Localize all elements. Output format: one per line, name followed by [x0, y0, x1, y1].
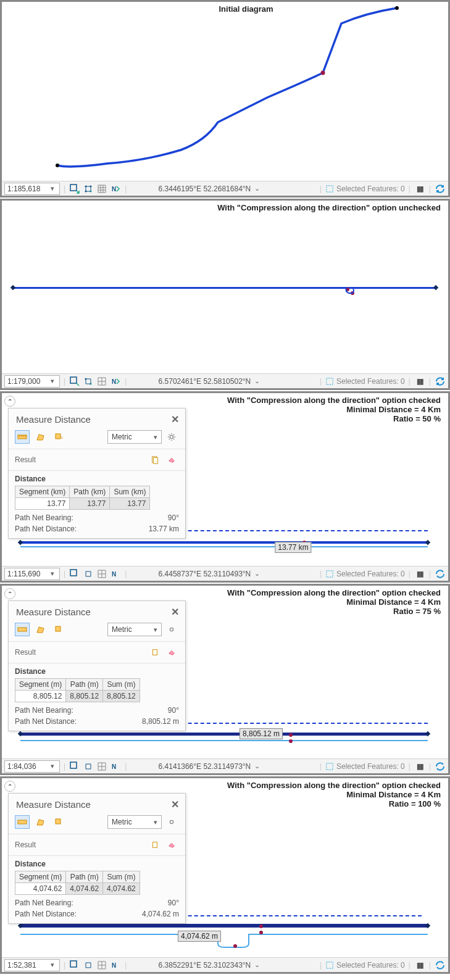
status-bar: 1:115,690▾ | N | 6.4458737°E 52.3110493°…: [2, 566, 448, 581]
grid-icon[interactable]: [96, 761, 107, 772]
units-dropdown[interactable]: Metric▾: [107, 623, 162, 636]
chevron-down-icon[interactable]: ⌄: [254, 570, 260, 578]
copy-icon[interactable]: [148, 838, 162, 852]
measure-distance-tool[interactable]: [15, 430, 30, 444]
svg-text:N: N: [112, 378, 116, 385]
scale-input[interactable]: 1:185,618▾: [4, 183, 60, 195]
chevron-down-icon[interactable]: ⌄: [254, 377, 260, 385]
chevron-down-icon[interactable]: ▾: [48, 377, 57, 385]
constraints-icon[interactable]: [69, 376, 80, 387]
constraints-icon[interactable]: [69, 761, 80, 772]
measure-distance-tool[interactable]: [15, 815, 30, 829]
collapse-button[interactable]: ⌃: [4, 588, 15, 599]
measure-feature-tool[interactable]: [52, 623, 67, 636]
map-canvas[interactable]: Initial diagram: [2, 2, 448, 181]
grid-icon[interactable]: [96, 568, 107, 579]
selected-features[interactable]: Selected Features: 0: [325, 762, 405, 771]
scale-input[interactable]: 1:84,036▾: [4, 760, 60, 773]
direction-icon[interactable]: N: [110, 183, 121, 194]
measure-area-tool[interactable]: [33, 430, 48, 444]
refresh-icon[interactable]: [435, 761, 446, 772]
svg-text:N: N: [112, 571, 116, 578]
map-canvas[interactable]: With "Compression along the direction" o…: [2, 586, 448, 758]
grid-icon[interactable]: [96, 960, 107, 971]
close-icon[interactable]: ✕: [171, 799, 179, 810]
scale-input[interactable]: 1:115,690▾: [4, 568, 60, 580]
close-icon[interactable]: ✕: [171, 413, 179, 425]
direction-icon[interactable]: N: [110, 568, 121, 579]
svg-rect-31: [56, 819, 60, 824]
chevron-down-icon[interactable]: ▾: [48, 762, 57, 770]
measure-area-tool[interactable]: [33, 623, 48, 636]
dimension-label: 13.77 km: [275, 542, 311, 553]
diagram-line: [20, 924, 428, 928]
snapping-icon[interactable]: [83, 183, 94, 194]
selected-features[interactable]: Selected Features: 0: [325, 185, 405, 193]
clear-icon[interactable]: [164, 646, 179, 659]
snapping-icon[interactable]: [83, 761, 94, 772]
collapse-button[interactable]: ⌃: [4, 396, 15, 407]
grid-icon[interactable]: [96, 183, 107, 194]
direction-icon[interactable]: N: [110, 761, 121, 772]
close-icon[interactable]: ✕: [171, 606, 179, 618]
map-canvas[interactable]: With "Compression along the direction" o…: [2, 201, 448, 373]
net-distance-value: 8,805.12 m: [142, 717, 179, 726]
gear-icon[interactable]: [164, 815, 179, 829]
gear-icon[interactable]: [164, 430, 179, 444]
pause-icon[interactable]: ▮▮: [414, 376, 425, 387]
selected-features[interactable]: Selected Features: 0: [325, 961, 405, 970]
chevron-down-icon[interactable]: ▾: [48, 961, 57, 969]
copy-icon[interactable]: [148, 453, 162, 467]
grid-icon[interactable]: [96, 376, 107, 387]
map-panel: With "Compression along the direction" o…: [0, 199, 450, 390]
pause-icon[interactable]: ▮▮: [414, 960, 425, 971]
svg-rect-14: [327, 378, 333, 384]
constraints-icon[interactable]: [69, 960, 80, 971]
clear-icon[interactable]: [164, 838, 179, 852]
scale-input[interactable]: 1:52,381▾: [4, 959, 60, 971]
map-canvas[interactable]: With "Compression along the direction" o…: [2, 778, 448, 957]
measure-feature-tool[interactable]: [52, 430, 67, 444]
chevron-down-icon[interactable]: ⌄: [254, 185, 260, 193]
chevron-down-icon[interactable]: ⌄: [254, 762, 260, 770]
popup-title: Measure Distance: [16, 799, 91, 810]
units-dropdown[interactable]: Metric▾: [107, 815, 162, 829]
collapse-button[interactable]: ⌃: [4, 781, 15, 792]
chevron-down-icon[interactable]: ▾: [48, 570, 57, 578]
map-canvas[interactable]: With "Compression along the direction" o…: [2, 393, 448, 566]
clear-icon[interactable]: [164, 453, 179, 467]
distance-table: Segment (m)Path (m)Sum (m) 4,074.624,074…: [15, 871, 140, 895]
selected-features[interactable]: Selected Features: 0: [325, 377, 405, 386]
constraints-icon[interactable]: [69, 183, 80, 194]
direction-icon[interactable]: N: [110, 960, 121, 971]
svg-rect-29: [327, 763, 333, 770]
measure-distance-tool[interactable]: [15, 623, 30, 636]
chevron-down-icon[interactable]: ⌄: [254, 961, 260, 969]
svg-rect-19: [153, 458, 157, 464]
measure-feature-tool[interactable]: [52, 815, 67, 829]
diagram-line: [20, 541, 428, 544]
svg-rect-16: [56, 434, 60, 439]
refresh-icon[interactable]: [435, 568, 446, 579]
direction-icon[interactable]: N: [110, 376, 121, 387]
measure-area-tool[interactable]: [33, 815, 48, 829]
refresh-icon[interactable]: [435, 376, 446, 387]
net-distance-label: Path Net Distance:: [15, 910, 77, 918]
gear-icon[interactable]: [164, 623, 179, 636]
copy-icon[interactable]: [148, 646, 162, 659]
pause-icon[interactable]: ▮▮: [414, 183, 425, 194]
pause-icon[interactable]: ▮▮: [414, 761, 425, 772]
map-panel: ⌃ With "Compression along the direction"…: [0, 391, 450, 583]
refresh-icon[interactable]: [435, 183, 446, 194]
distance-table: Segment (m)Path (m)Sum (m) 8,805.128,805…: [15, 678, 140, 702]
scale-input[interactable]: 1:179,000▾: [4, 375, 60, 388]
snapping-icon[interactable]: [83, 960, 94, 971]
constraints-icon[interactable]: [69, 568, 80, 579]
snapping-icon[interactable]: [83, 568, 94, 579]
refresh-icon[interactable]: [435, 960, 446, 971]
selected-features[interactable]: Selected Features: 0: [325, 570, 405, 578]
units-dropdown[interactable]: Metric▾: [107, 430, 162, 444]
snapping-icon[interactable]: [83, 376, 94, 387]
chevron-down-icon[interactable]: ▾: [48, 185, 57, 193]
pause-icon[interactable]: ▮▮: [414, 568, 425, 579]
